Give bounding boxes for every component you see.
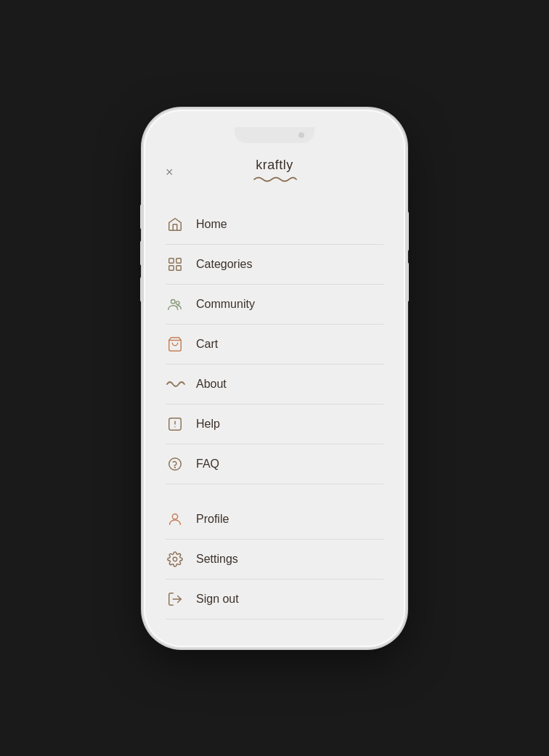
nav-item-faq[interactable]: FAQ: [166, 444, 383, 484]
about-icon: [166, 375, 184, 394]
home-label: Home: [196, 218, 227, 231]
cart-label: Cart: [196, 338, 218, 351]
svg-rect-1: [176, 258, 181, 262]
nav-item-community[interactable]: Community: [166, 285, 383, 325]
camera: [298, 132, 304, 138]
bottom-item-profile[interactable]: Profile: [166, 500, 383, 540]
svg-point-10: [169, 458, 182, 470]
close-button[interactable]: ×: [166, 166, 174, 179]
nav-item-help[interactable]: Help: [166, 405, 383, 444]
svg-rect-0: [169, 258, 174, 262]
svg-point-5: [176, 301, 179, 304]
svg-rect-2: [169, 265, 174, 269]
notch-area: [148, 120, 401, 146]
profile-label: Profile: [196, 513, 229, 526]
categories-label: Categories: [196, 258, 252, 271]
nav-item-categories[interactable]: Categories: [166, 245, 383, 285]
app-title: kraftly: [256, 158, 293, 173]
logo-wave-icon: [253, 174, 296, 187]
svg-point-11: [175, 467, 176, 468]
svg-point-13: [173, 557, 177, 561]
logo-area: kraftly: [253, 158, 296, 187]
settings-label: Settings: [196, 553, 238, 566]
svg-rect-3: [176, 265, 181, 269]
nav-item-home[interactable]: Home: [166, 205, 383, 245]
notch: [235, 127, 314, 143]
bottom-section: Profile Settings: [166, 485, 383, 619]
faq-icon: [166, 455, 184, 473]
svg-point-12: [172, 513, 177, 519]
svg-point-4: [171, 299, 176, 304]
faq-label: FAQ: [196, 458, 219, 471]
screen-content: × kraftly: [148, 146, 401, 637]
categories-icon: [166, 255, 184, 274]
nav-item-about[interactable]: About: [166, 365, 383, 405]
header: × kraftly: [166, 158, 383, 187]
home-icon: [166, 215, 184, 234]
about-label: About: [196, 378, 227, 391]
bottom-item-settings[interactable]: Settings: [166, 540, 383, 580]
signout-label: Sign out: [196, 593, 239, 606]
nav-item-cart[interactable]: Cart: [166, 325, 383, 365]
cart-icon: [166, 335, 184, 354]
signout-icon: [166, 590, 184, 609]
profile-icon: [166, 510, 184, 529]
phone-frame: × kraftly: [144, 110, 405, 647]
phone-screen: × kraftly: [148, 120, 401, 637]
bottom-item-signout[interactable]: Sign out: [166, 580, 383, 619]
community-icon: [166, 295, 184, 314]
nav-list: Home Categories: [166, 205, 383, 485]
help-label: Help: [196, 418, 220, 431]
settings-icon: [166, 550, 184, 569]
help-icon: [166, 415, 184, 434]
community-label: Community: [196, 298, 255, 311]
